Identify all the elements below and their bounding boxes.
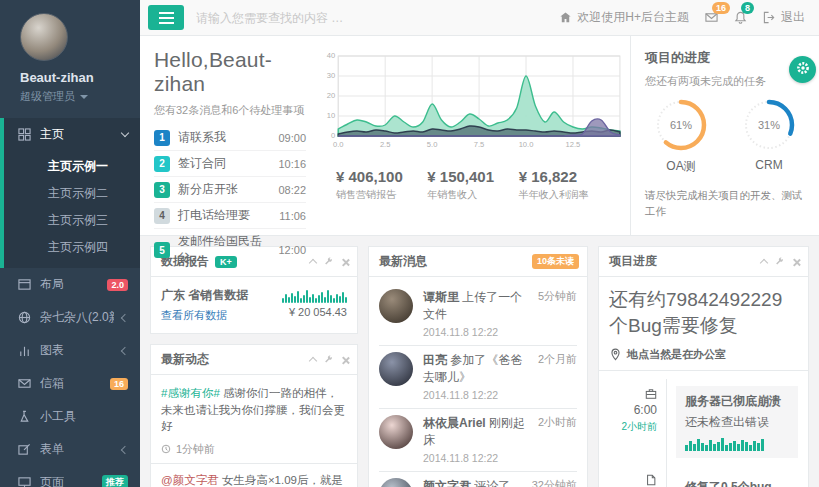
feed-post-time: 1分钟前 <box>161 442 347 457</box>
todo-number-badge: 2 <box>154 156 170 172</box>
sidebar-item-widgets[interactable]: 小工具 <box>0 400 140 433</box>
sidebar-subitem[interactable]: 主页示例四 <box>4 234 140 261</box>
panel-tools <box>761 257 800 266</box>
greeting-title: Hello,Beaut-zihan <box>154 48 306 96</box>
panel-title: 项目进度 <box>609 253 657 270</box>
feed-post-tag[interactable]: @颜文字君 <box>161 474 219 486</box>
todo-item[interactable]: 2签订合同10:16 <box>154 151 306 177</box>
sidebar-item-label: 主页 <box>40 126 64 143</box>
view-all-data-link[interactable]: 查看所有数据 <box>161 308 248 323</box>
sidebar-toggle-button[interactable] <box>148 5 184 30</box>
message-action: 评论了 <box>474 479 510 487</box>
sidebar-item-mailbox[interactable]: 信箱16 <box>0 367 140 400</box>
svg-text:5.0: 5.0 <box>427 140 438 149</box>
message-sender[interactable]: 颜文字君 <box>423 479 471 487</box>
todo-number-badge: 4 <box>154 208 170 224</box>
todo-item[interactable]: 3新分店开张08:22 <box>154 177 306 203</box>
profile-role-dropdown[interactable]: 超级管理员 <box>20 89 130 104</box>
todo-time: 12:00 <box>278 244 306 256</box>
stat-label: 年销售收入 <box>427 188 518 202</box>
panels-column-2: 最新消息 10条未读 谭斯里 上传了一个文件2014.11.8 12:225分钟… <box>368 246 588 487</box>
sidebar: Beaut-zihan 超级管理员 主页主页示例一主页示例二主页示例三主页示例四… <box>0 0 140 487</box>
avatar <box>379 478 413 487</box>
close-icon[interactable] <box>792 258 800 266</box>
stat-annual-revenue: ¥ 150,401 年销售收入 <box>427 168 518 202</box>
alert-badge: 8 <box>741 2 754 14</box>
sidebar-item-misc[interactable]: 杂七杂八(2.0新增) <box>0 301 140 334</box>
location-row: 地点当然是在办公室 <box>609 347 798 362</box>
chart-icon <box>18 344 32 357</box>
wrench-icon[interactable] <box>324 355 333 364</box>
logout-label: 退出 <box>781 9 805 26</box>
timeline-item: 7:003小时前修复了0.5个bug重启服务 <box>609 465 798 487</box>
message-item[interactable]: 林依晨Ariel 刚刚起床2014.11.8 12:222小时前 <box>379 409 577 472</box>
sidebar-subitem[interactable]: 主页示例一 <box>4 153 140 180</box>
sidebar-item-layout[interactable]: 布局2.0 <box>0 268 140 301</box>
message-item[interactable]: 颜文字君 评论了2014.11.8 12:22【九部令人拍案叫绝的惊悚悬疑剧情佳… <box>379 472 577 487</box>
todo-number-badge: 1 <box>154 130 170 146</box>
avatar[interactable] <box>20 13 68 61</box>
welcome-link[interactable]: 欢迎使用H+后台主题 <box>559 9 689 26</box>
user-profile: Beaut-zihan 超级管理员 <box>0 0 140 114</box>
greeting-panel: Hello,Beaut-zihan 您有32条消息和6个待处理事项 1请联系我0… <box>140 36 318 235</box>
sidebar-item-label: 信箱 <box>40 375 64 392</box>
sidebar-item-charts[interactable]: 图表 <box>0 334 140 367</box>
donut-label: OA测 <box>651 158 711 175</box>
close-icon[interactable] <box>341 258 349 266</box>
chevron-down-icon <box>80 95 88 99</box>
stats-row: ¥ 406,100 销售营销报告 ¥ 150,401 年销售收入 ¥ 16,82… <box>320 168 626 202</box>
greeting-summary: 您有32条消息和6个待处理事项 <box>154 103 306 118</box>
message-item[interactable]: 谭斯里 上传了一个文件2014.11.8 12:225分钟前 <box>379 287 577 346</box>
avatar <box>379 289 413 323</box>
todo-item[interactable]: 1请联系我09:00 <box>154 125 306 151</box>
panel-body: 还有约79842492229个Bug需要修复 地点当然是在办公室 6:002小时… <box>599 277 808 487</box>
stat-amount: ¥ 406,100 <box>336 168 427 185</box>
theme-settings-button[interactable] <box>789 56 816 83</box>
main-area: 欢迎使用H+后台主题 16 8 退出 Hello,Beaut <box>140 0 819 487</box>
feed-post-tag[interactable]: #感谢有你# <box>161 387 220 399</box>
collapse-icon[interactable] <box>309 357 317 365</box>
globe-icon <box>18 311 32 324</box>
wrench-icon[interactable] <box>324 257 333 266</box>
map-pin-icon <box>609 348 622 361</box>
chevron-left-icon <box>121 346 129 354</box>
briefcase-icon <box>609 388 657 400</box>
project-progress-panel: 项目进度 还有约79842492229个Bug需要修复 地点当 <box>598 246 809 487</box>
page-content: Hello,Beaut-zihan 您有32条消息和6个待处理事项 1请联系我0… <box>140 36 819 487</box>
todo-item[interactable]: 4打电话给理要11:06 <box>154 203 306 229</box>
panel-body: 广东 省销售数据 查看所有数据 ¥ 20 054.43 <box>151 277 357 333</box>
panel-header: 最新动态 <box>151 345 357 375</box>
sidebar-item-forms[interactable]: 表单 <box>0 433 140 466</box>
sidebar-subitem[interactable]: 主页示例三 <box>4 207 140 234</box>
todo-time: 08:22 <box>278 184 306 196</box>
message-sender[interactable]: 田亮 <box>423 353 447 367</box>
alert-notifications[interactable]: 8 <box>734 11 747 24</box>
message-sender[interactable]: 林依晨Ariel <box>423 416 486 430</box>
collapse-icon[interactable] <box>309 259 317 267</box>
panel-title: 最新消息 <box>379 253 427 270</box>
todo-list: 1请联系我09:002签订合同10:163新分店开张08:224打电话给理要11… <box>154 125 306 271</box>
edit-icon <box>18 443 32 456</box>
todo-item[interactable]: 5发邮件给国民岳父12:00 <box>154 229 306 271</box>
message-date: 2014.11.8 12:22 <box>423 452 528 464</box>
message-sender[interactable]: 谭斯里 <box>423 290 459 304</box>
timeline-item: 6:002小时前服务器已彻底崩溃还未检查出错误 <box>609 379 798 465</box>
chart-panel: 0102030400.02.55.07.510.012.5 ¥ 406,100 … <box>318 36 630 235</box>
wrench-icon[interactable] <box>775 257 784 266</box>
close-icon[interactable] <box>341 356 349 364</box>
sidebar-submenu: 主页示例一主页示例二主页示例三主页示例四 <box>4 151 140 268</box>
mail-badge: 16 <box>712 2 730 14</box>
topbar: 欢迎使用H+后台主题 16 8 退出 <box>140 0 819 36</box>
collapse-icon[interactable] <box>760 259 768 267</box>
stat-half-year-margin: ¥ 16,822 半年收入利润率 <box>519 168 610 202</box>
logout-button[interactable]: 退出 <box>763 9 805 26</box>
search-input[interactable] <box>196 11 547 25</box>
sidebar-subitem[interactable]: 主页示例二 <box>4 180 140 207</box>
sidebar-item-pages[interactable]: 页面推荐 <box>0 466 140 487</box>
panels-column-3: 项目进度 还有约79842492229个Bug需要修复 地点当 <box>598 246 809 487</box>
mail-notifications[interactable]: 16 <box>705 11 718 24</box>
message-item[interactable]: 田亮 参加了《爸爸去哪儿》2014.11.8 12:222个月前 <box>379 346 577 409</box>
sidebar-item-home[interactable]: 主页 <box>4 118 140 151</box>
feed-body: #感谢有你# 感谢你们一路的相伴，未来也请让我为你们撑腰，我们会更好1分钟前@颜… <box>151 375 357 487</box>
chevron-left-icon <box>121 313 129 321</box>
